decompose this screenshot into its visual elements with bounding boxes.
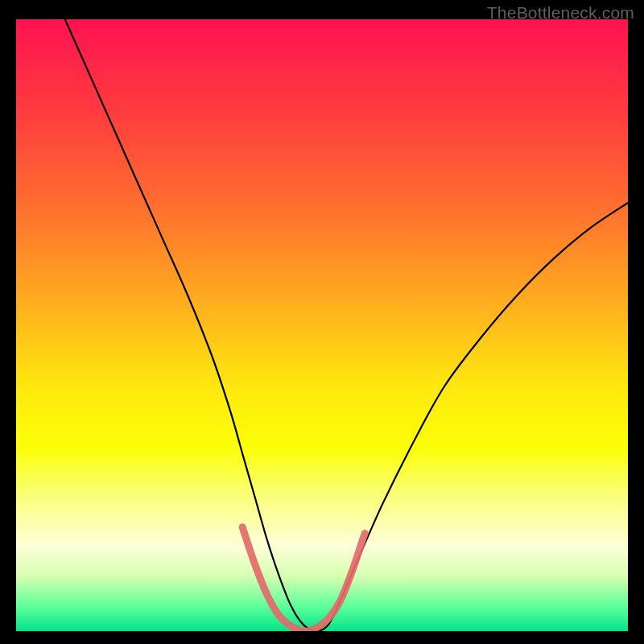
chart-container [16,19,628,631]
svg-rect-0 [16,19,628,631]
watermark-text: TheBottleneck.com [487,3,634,23]
bottleneck-chart [16,19,628,631]
